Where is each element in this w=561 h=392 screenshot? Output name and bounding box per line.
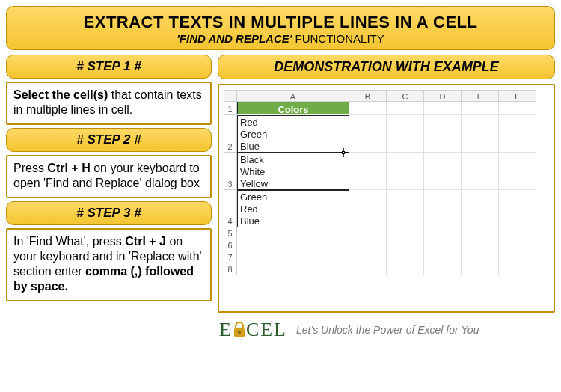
tagline: Let's Unlock the Power of Excel for You [296, 324, 479, 336]
subtitle-emphasis: 'FIND AND REPLACE' [177, 32, 292, 45]
col-header-b[interactable]: B [349, 90, 387, 102]
title-bar: EXTRACT TEXTS IN MULTIPLE LINES IN A CEL… [6, 6, 555, 50]
row-8: 8 [224, 263, 549, 275]
row-header-4[interactable]: 4 [224, 190, 237, 227]
left-column: # STEP 1 # Select the cell(s) that conta… [6, 55, 212, 340]
row-3: 3 Black White Yellow [224, 153, 549, 190]
demo-header: DEMONSTRATION WITH EXAMPLE [218, 55, 555, 79]
cell-b4[interactable] [349, 190, 387, 227]
logo: E CEL [219, 320, 287, 340]
select-all-corner[interactable] [224, 90, 237, 102]
col-header-f[interactable]: F [499, 90, 536, 102]
row-6: 6 [224, 239, 549, 251]
row-5: 5 [224, 227, 549, 239]
spreadsheet[interactable]: A B C D E F 1 Colors 2 [224, 90, 549, 307]
cell-b2[interactable] [349, 115, 387, 153]
footer: E CEL Let's Unlock the Power of Excel fo… [218, 317, 555, 340]
cell-d2[interactable] [424, 115, 462, 153]
cell-e3[interactable] [462, 153, 499, 190]
step-2-body: Press Ctrl + H on your keyboard to open … [6, 155, 212, 198]
cell-d4[interactable] [424, 190, 462, 227]
row-header-1[interactable]: 1 [224, 102, 237, 115]
cell-c3[interactable] [387, 153, 424, 190]
row-header-6[interactable]: 6 [224, 239, 237, 251]
page-subtitle: 'FIND AND REPLACE' FUNCTIONALITY [14, 32, 547, 45]
cell-f1[interactable] [499, 102, 536, 115]
cell-a5[interactable] [237, 227, 349, 239]
col-header-c[interactable]: C [387, 90, 424, 102]
step-2-header: # STEP 2 # [6, 128, 212, 152]
step-1-header: # STEP 1 # [6, 55, 212, 79]
cell-b1[interactable] [349, 102, 387, 115]
page-title: EXTRACT TEXTS IN MULTIPLE LINES IN A CEL… [14, 13, 547, 32]
cell-a3[interactable]: Black White Yellow [237, 153, 349, 190]
col-header-e[interactable]: E [462, 90, 499, 102]
cell-f3[interactable] [499, 153, 536, 190]
subtitle-rest: FUNCTIONALITY [292, 32, 384, 45]
column-header-row: A B C D E F [224, 90, 549, 102]
row-2: 2 Red Green Blue [224, 115, 549, 153]
row-4: 4 Green Red Blue [224, 190, 549, 227]
row-1: 1 Colors [224, 102, 549, 115]
cell-a4[interactable]: Green Red Blue [237, 190, 349, 227]
col-header-a[interactable]: A [237, 90, 349, 102]
cell-c4[interactable] [387, 190, 424, 227]
logo-text-1: E [219, 320, 233, 340]
cell-c2[interactable] [387, 115, 424, 153]
step-3-header: # STEP 3 # [6, 201, 212, 225]
cell-d1[interactable] [424, 102, 462, 115]
step-3-body: In 'Find What', press Ctrl + J on your k… [6, 228, 212, 301]
row-7: 7 [224, 251, 549, 263]
cell-d3[interactable] [424, 153, 462, 190]
row-header-8[interactable]: 8 [224, 263, 237, 275]
cell-e4[interactable] [462, 190, 499, 227]
cell-f2[interactable] [499, 115, 536, 153]
cell-a2[interactable]: Red Green Blue [237, 115, 349, 153]
col-header-d[interactable]: D [424, 90, 462, 102]
cell-e1[interactable] [462, 102, 499, 115]
svg-rect-2 [238, 331, 241, 334]
spreadsheet-container: A B C D E F 1 Colors 2 [218, 84, 555, 313]
step-1-body: Select the cell(s) that contain texts in… [6, 82, 212, 125]
row-header-3[interactable]: 3 [224, 153, 237, 190]
cell-b3[interactable] [349, 153, 387, 190]
cell-f4[interactable] [499, 190, 536, 227]
row-header-2[interactable]: 2 [224, 115, 237, 153]
logo-text-2: CEL [246, 320, 287, 340]
cell-c1[interactable] [387, 102, 424, 115]
row-header-5[interactable]: 5 [224, 227, 237, 239]
lock-icon [232, 320, 247, 340]
cell-e2[interactable] [462, 115, 499, 153]
right-column: DEMONSTRATION WITH EXAMPLE A B C D E F 1… [218, 55, 555, 340]
cell-a1-header[interactable]: Colors [237, 102, 349, 114]
row-header-7[interactable]: 7 [224, 251, 237, 263]
